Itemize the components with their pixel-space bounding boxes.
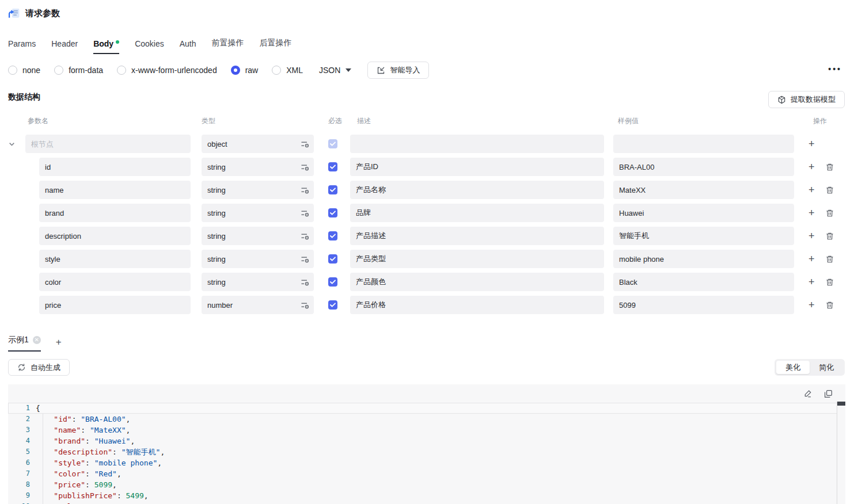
advanced-settings-icon[interactable]	[301, 209, 309, 217]
code-line[interactable]: 7 "color": "Red",	[8, 468, 837, 479]
delete-param-button[interactable]	[826, 186, 834, 194]
request-params-icon	[8, 7, 20, 20]
param-sample-input[interactable]	[613, 250, 794, 268]
param-description-input[interactable]	[350, 250, 604, 268]
param-name-input[interactable]	[39, 158, 191, 176]
chevron-down-icon[interactable]	[8, 140, 16, 148]
code-line[interactable]: 2 "id": "BRA-AL00",	[8, 414, 837, 425]
code-line[interactable]: 9 "publishPrice": 5499,	[8, 490, 837, 501]
delete-param-button[interactable]	[826, 255, 834, 264]
simplify-option[interactable]: 简化	[810, 361, 843, 374]
param-name-input[interactable]	[39, 296, 191, 314]
required-checkbox[interactable]	[328, 162, 337, 171]
param-description-input[interactable]	[350, 181, 604, 199]
param-name-input[interactable]	[39, 250, 191, 268]
radio-x-www-form-urlencoded[interactable]: x-www-form-urlencoded	[117, 66, 217, 75]
radio-xml[interactable]: XML	[272, 66, 303, 75]
param-name-input[interactable]	[39, 273, 191, 291]
param-type-select[interactable]: string	[202, 204, 314, 222]
param-description-input[interactable]	[350, 135, 604, 153]
required-checkbox[interactable]	[328, 185, 337, 194]
param-name-input[interactable]	[25, 135, 191, 153]
add-param-button[interactable]: +	[808, 162, 815, 172]
close-icon[interactable]: ✕	[33, 336, 41, 344]
advanced-settings-icon[interactable]	[301, 140, 309, 148]
beautify-option[interactable]: 美化	[776, 361, 810, 374]
add-param-button[interactable]: +	[808, 277, 815, 287]
required-checkbox[interactable]	[328, 254, 337, 264]
tab-example-1[interactable]: 示例1 ✕	[8, 335, 41, 352]
raw-format-select[interactable]: JSON	[319, 66, 351, 75]
param-name-input[interactable]	[39, 227, 191, 245]
param-description-input[interactable]	[350, 204, 604, 222]
required-checkbox[interactable]	[328, 300, 337, 310]
add-param-button[interactable]: +	[808, 254, 815, 264]
tab-pre-ops[interactable]: 前置操作	[212, 38, 244, 54]
required-checkbox[interactable]	[328, 277, 337, 287]
more-options-button[interactable]: •••	[828, 64, 842, 74]
delete-param-button[interactable]	[826, 163, 834, 171]
delete-param-button[interactable]	[826, 232, 834, 240]
advanced-settings-icon[interactable]	[301, 232, 309, 240]
tab-body[interactable]: Body	[93, 39, 119, 54]
delete-param-button[interactable]	[826, 278, 834, 287]
copy-icon[interactable]	[824, 389, 833, 398]
advanced-settings-icon[interactable]	[301, 163, 309, 171]
param-sample-input[interactable]	[613, 296, 794, 314]
param-type-select[interactable]: string	[202, 158, 314, 176]
tab-params[interactable]: Params	[8, 39, 36, 54]
param-sample-input[interactable]	[613, 227, 794, 245]
code-line[interactable]: 5 "description": "智能手机",	[8, 446, 837, 457]
add-param-button[interactable]: +	[808, 300, 815, 310]
extract-data-model-button[interactable]: 提取数据模型	[768, 91, 845, 108]
code-line[interactable]: 1{	[8, 403, 837, 414]
code-line[interactable]: 8 "price": 5099,	[8, 479, 837, 490]
param-type-select[interactable]: string	[202, 181, 314, 199]
param-type-select[interactable]: string	[202, 250, 314, 268]
param-sample-input[interactable]	[613, 181, 794, 199]
advanced-settings-icon[interactable]	[301, 278, 309, 287]
param-type-select[interactable]: string	[202, 227, 314, 245]
code-line[interactable]: 3 "name": "MateXX",	[8, 425, 837, 436]
delete-param-button[interactable]	[826, 209, 834, 217]
smart-import-button[interactable]: 智能导入	[367, 62, 429, 79]
edit-pencil-icon[interactable]	[803, 389, 813, 398]
advanced-settings-icon[interactable]	[301, 186, 309, 194]
add-param-button[interactable]: +	[808, 208, 815, 218]
tab-header[interactable]: Header	[51, 39, 78, 54]
param-description-input[interactable]	[350, 158, 604, 176]
add-child-param-button[interactable]: +	[808, 139, 815, 149]
auto-generate-button[interactable]: 自动生成	[8, 359, 70, 376]
editor-scrollbar-thumb[interactable]	[837, 402, 845, 406]
param-type-select[interactable]: number	[202, 296, 314, 314]
param-type-select[interactable]: object	[202, 135, 314, 153]
code-line[interactable]: 6 "style": "mobile phone",	[8, 457, 837, 468]
tab-post-ops[interactable]: 后置操作	[260, 38, 292, 54]
param-sample-input[interactable]	[613, 135, 794, 153]
code-line[interactable]: 10 "releaseDate": "2023-09-07T10:40:50Z"…	[8, 501, 837, 504]
param-sample-input[interactable]	[613, 158, 794, 176]
add-param-button[interactable]: +	[808, 231, 815, 241]
param-name-input[interactable]	[39, 181, 191, 199]
code-line[interactable]: 4 "brand": "Huawei",	[8, 436, 837, 446]
add-param-button[interactable]: +	[808, 185, 815, 195]
radio-none[interactable]: none	[8, 66, 40, 75]
param-sample-input[interactable]	[613, 273, 794, 291]
advanced-settings-icon[interactable]	[301, 255, 309, 264]
param-sample-input[interactable]	[613, 204, 794, 222]
param-type-select[interactable]: string	[202, 273, 314, 291]
radio-form-data[interactable]: form-data	[54, 66, 103, 75]
param-description-input[interactable]	[350, 273, 604, 291]
tab-auth[interactable]: Auth	[180, 39, 196, 54]
delete-param-button[interactable]	[826, 301, 834, 310]
json-code-editor[interactable]: 1{2 "id": "BRA-AL00",3 "name": "MateXX",…	[8, 384, 845, 504]
tab-cookies[interactable]: Cookies	[135, 39, 164, 54]
advanced-settings-icon[interactable]	[301, 301, 309, 310]
param-description-input[interactable]	[350, 296, 604, 314]
required-checkbox[interactable]	[328, 208, 337, 217]
param-name-input[interactable]	[39, 204, 191, 222]
required-checkbox[interactable]	[328, 231, 337, 240]
add-example-button[interactable]: +	[56, 337, 62, 347]
param-description-input[interactable]	[350, 227, 604, 245]
radio-raw[interactable]: raw	[231, 66, 259, 75]
